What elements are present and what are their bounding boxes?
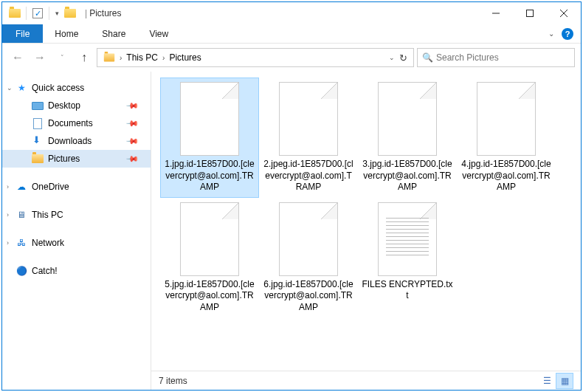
- sidebar-item-thispc[interactable]: › 🖥 This PC: [2, 206, 151, 224]
- qat-separator: [49, 7, 49, 20]
- onedrive-icon: ☁: [15, 181, 27, 193]
- sidebar-item-desktop[interactable]: Desktop 📌: [2, 97, 151, 114]
- blank-file-icon: [279, 82, 338, 156]
- file-name: 2.jpeg.id-1E857D00.[clevercrypt@aol.com]…: [262, 159, 355, 193]
- file-item[interactable]: 5.jpg.id-1E857D00.[clevercrypt@aol.com].…: [160, 198, 259, 318]
- documents-icon: [32, 117, 44, 129]
- properties-checkbox[interactable]: ✓: [31, 7, 44, 20]
- file-name: FILES ENCRYPTED.txt: [361, 279, 454, 302]
- file-item[interactable]: 6.jpg.id-1E857D00.[clevercrypt@aol.com].…: [259, 198, 358, 318]
- breadcrumb-root-icon[interactable]: [100, 53, 118, 62]
- large-icons-view-button[interactable]: ▦: [556, 373, 573, 389]
- sidebar-item-documents[interactable]: Documents 📌: [2, 114, 151, 132]
- item-count: 7 items: [159, 376, 187, 386]
- file-name: 3.jpg.id-1E857D00.[clevercrypt@aol.com].…: [361, 159, 454, 193]
- blank-file-icon: [180, 202, 239, 276]
- sidebar-item-onedrive[interactable]: › ☁ OneDrive: [2, 178, 151, 196]
- file-item[interactable]: 4.jpg.id-1E857D00.[clevercrypt@aol.com].…: [457, 78, 556, 198]
- address-dropdown-icon[interactable]: ⌄: [389, 54, 395, 61]
- thispc-icon: 🖥: [15, 209, 27, 221]
- address-bar[interactable]: › This PC › Pictures ⌄ ↻: [97, 48, 414, 67]
- sidebar-item-label: Network: [32, 238, 64, 248]
- tab-view[interactable]: View: [137, 24, 180, 43]
- breadcrumb-thispc[interactable]: This PC: [123, 52, 161, 63]
- file-item[interactable]: FILES ENCRYPTED.txt: [358, 198, 457, 318]
- caret-right-icon[interactable]: ›: [7, 239, 9, 247]
- file-name: 1.jpg.id-1E857D00.[clevercrypt@aol.com].…: [163, 159, 256, 193]
- ribbon-expand-icon[interactable]: ⌄: [548, 30, 554, 38]
- chevron-right-icon[interactable]: ›: [118, 54, 123, 62]
- title-bar: ✓ ▾ | Pictures: [2, 2, 581, 24]
- qat-separator: [26, 7, 27, 20]
- recent-dropdown-icon[interactable]: ˅: [52, 48, 72, 67]
- caret-right-icon[interactable]: ›: [7, 183, 9, 190]
- window-title: | Pictures: [83, 8, 121, 18]
- text-file-icon: [378, 202, 437, 276]
- svg-rect-1: [527, 10, 534, 17]
- sidebar-item-label: Pictures: [48, 154, 80, 164]
- file-list[interactable]: 1.jpg.id-1E857D00.[clevercrypt@aol.com].…: [151, 72, 581, 371]
- tab-home[interactable]: Home: [43, 24, 90, 43]
- folder-icon: [8, 7, 21, 20]
- star-icon: ★: [15, 82, 27, 94]
- maximize-button[interactable]: [513, 2, 547, 24]
- title-folder-icon: [63, 7, 77, 20]
- sidebar-item-label: Quick access: [32, 83, 84, 93]
- breadcrumb-pictures[interactable]: Pictures: [166, 52, 204, 63]
- content-area: 1.jpg.id-1E857D00.[clevercrypt@aol.com].…: [151, 72, 581, 390]
- navigation-bar: ← → ˅ ↑ › This PC › Pictures ⌄ ↻ 🔍 Searc…: [2, 44, 581, 72]
- desktop-icon: [32, 100, 44, 111]
- blank-file-icon: [477, 82, 536, 156]
- sidebar-item-label: Documents: [48, 118, 93, 128]
- sidebar-item-pictures[interactable]: Pictures 📌: [2, 150, 151, 168]
- downloads-icon: [32, 135, 44, 147]
- catch-icon: 🔵: [15, 265, 27, 277]
- search-placeholder: Search Pictures: [436, 52, 499, 63]
- sidebar-item-catch[interactable]: 🔵 Catch!: [2, 262, 151, 280]
- title-text: Pictures: [89, 8, 121, 18]
- file-name: 5.jpg.id-1E857D00.[clevercrypt@aol.com].…: [163, 279, 256, 314]
- search-input[interactable]: 🔍 Search Pictures: [417, 48, 575, 67]
- address-bar-buttons: ⌄ ↻: [389, 52, 410, 63]
- search-icon: 🔍: [422, 52, 433, 63]
- navigation-pane: ⌄ ★ Quick access Desktop 📌 Documents 📌 D…: [2, 72, 151, 390]
- sidebar-item-label: OneDrive: [32, 182, 69, 192]
- sidebar-item-downloads[interactable]: Downloads 📌: [2, 132, 151, 150]
- body: ⌄ ★ Quick access Desktop 📌 Documents 📌 D…: [2, 72, 581, 390]
- view-mode-buttons: ☰ ▦: [538, 373, 573, 389]
- file-name: 6.jpg.id-1E857D00.[clevercrypt@aol.com].…: [262, 279, 355, 314]
- file-item[interactable]: 2.jpeg.id-1E857D00.[clevercrypt@aol.com]…: [259, 78, 358, 198]
- sidebar-quick-access[interactable]: ⌄ ★ Quick access: [2, 79, 151, 97]
- network-icon: 🖧: [15, 237, 27, 249]
- minimize-button[interactable]: [479, 2, 513, 24]
- close-button[interactable]: [547, 2, 581, 24]
- file-item[interactable]: 1.jpg.id-1E857D00.[clevercrypt@aol.com].…: [160, 78, 259, 198]
- forward-button[interactable]: →: [30, 48, 49, 67]
- pictures-folder-icon: [32, 153, 44, 165]
- caret-down-icon[interactable]: ⌄: [7, 84, 13, 92]
- back-button[interactable]: ←: [8, 48, 27, 67]
- file-item[interactable]: 3.jpg.id-1E857D00.[clevercrypt@aol.com].…: [358, 78, 457, 198]
- up-button[interactable]: ↑: [75, 48, 94, 67]
- sidebar-item-label: Desktop: [48, 100, 80, 111]
- explorer-window: ✓ ▾ | Pictures File Home Share View ⌄ ? …: [1, 1, 582, 391]
- chevron-right-icon[interactable]: ›: [161, 54, 166, 62]
- sidebar-item-label: Catch!: [32, 266, 58, 276]
- caret-right-icon[interactable]: ›: [7, 211, 9, 219]
- pin-icon: 📌: [125, 134, 139, 148]
- details-view-button[interactable]: ☰: [538, 373, 556, 389]
- file-tab[interactable]: File: [2, 24, 43, 43]
- file-name: 4.jpg.id-1E857D00.[clevercrypt@aol.com].…: [460, 159, 553, 193]
- sidebar-item-label: This PC: [32, 210, 63, 220]
- quick-access-toolbar: ✓ ▾: [2, 2, 77, 24]
- pin-icon: 📌: [125, 116, 139, 130]
- help-icon[interactable]: ?: [562, 28, 573, 40]
- title-separator: |: [85, 8, 87, 18]
- sidebar-item-network[interactable]: › 🖧 Network: [2, 234, 151, 252]
- tab-share[interactable]: Share: [90, 24, 137, 43]
- qat-dropdown-icon[interactable]: ▾: [55, 10, 59, 17]
- refresh-icon[interactable]: ↻: [399, 52, 407, 63]
- ribbon: File Home Share View ⌄ ?: [2, 24, 581, 44]
- blank-file-icon: [180, 82, 239, 156]
- blank-file-icon: [378, 82, 437, 156]
